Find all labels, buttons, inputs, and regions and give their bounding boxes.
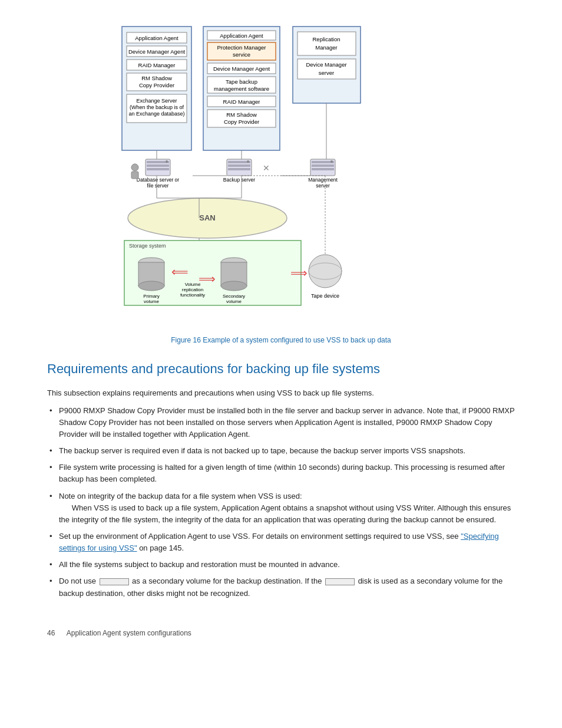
svg-text:replication: replication bbox=[182, 287, 203, 292]
svg-text:Tape device: Tape device bbox=[311, 293, 339, 299]
svg-text:Storage system: Storage system bbox=[129, 243, 166, 249]
footer-text: Application Agent system configurations bbox=[67, 629, 191, 637]
svg-text:SAN: SAN bbox=[199, 213, 215, 222]
bullet-text-7: Do not use as a secondary volume for the… bbox=[59, 577, 503, 597]
svg-point-57 bbox=[330, 160, 333, 163]
svg-text:RAID Manager: RAID Manager bbox=[223, 98, 260, 105]
svg-text:Backup server: Backup server bbox=[223, 177, 255, 183]
svg-text:functionality: functionality bbox=[180, 292, 205, 298]
svg-text:Device Manager Agent: Device Manager Agent bbox=[213, 65, 270, 72]
svg-text:Replication: Replication bbox=[313, 36, 340, 42]
svg-rect-45 bbox=[131, 172, 138, 179]
svg-rect-40 bbox=[147, 168, 169, 170]
list-item: The backup server is required even if da… bbox=[47, 445, 515, 457]
svg-point-84 bbox=[309, 255, 342, 288]
bullet-text-4: Note on integrity of the backup data for… bbox=[59, 492, 511, 524]
svg-text:Application Agent: Application Agent bbox=[220, 32, 263, 39]
svg-text:Device Manager: Device Manager bbox=[306, 61, 346, 68]
list-item: P9000 RMXP Shadow Copy Provider must be … bbox=[47, 405, 515, 440]
bullet-text-6: All the file systems subject to backup a… bbox=[59, 560, 340, 569]
svg-text:⟸: ⟸ bbox=[171, 265, 189, 278]
svg-rect-31 bbox=[297, 32, 356, 55]
svg-text:Device Manager Agent: Device Manager Agent bbox=[128, 48, 185, 55]
svg-text:(When the backup is of: (When the backup is of bbox=[130, 104, 184, 110]
svg-text:⟹: ⟹ bbox=[290, 266, 308, 279]
svg-text:RAID Manager: RAID Manager bbox=[138, 62, 176, 68]
svg-point-81 bbox=[221, 281, 247, 291]
svg-text:an Exchange database): an Exchange database) bbox=[128, 111, 184, 117]
bullet-text-5: Set up the environment of Application Ag… bbox=[59, 532, 499, 552]
diagram-container: Application Agent Device Manager Agent R… bbox=[47, 18, 515, 330]
svg-rect-56 bbox=[312, 168, 334, 170]
bullet-text-2: The backup server is required even if da… bbox=[59, 446, 465, 455]
svg-text:RM Shadow: RM Shadow bbox=[226, 111, 257, 118]
svg-text:service: service bbox=[233, 51, 250, 58]
svg-text:volume: volume bbox=[144, 299, 159, 304]
svg-text:Copy Provider: Copy Provider bbox=[224, 118, 259, 125]
bullet-text-3: File system write processing is halted f… bbox=[59, 463, 505, 483]
svg-text:⟹: ⟹ bbox=[199, 272, 216, 285]
svg-rect-55 bbox=[312, 164, 334, 167]
page: Application Agent Device Manager Agent R… bbox=[0, 0, 562, 661]
svg-text:Tape backup: Tape backup bbox=[226, 78, 257, 85]
svg-text:Protection Manager: Protection Manager bbox=[217, 44, 266, 51]
svg-rect-49 bbox=[228, 168, 250, 170]
list-item: Do not use as a secondary volume for the… bbox=[47, 575, 515, 599]
page-number: 46 bbox=[47, 629, 55, 637]
svg-text:server: server bbox=[316, 183, 330, 189]
svg-point-41 bbox=[166, 160, 168, 163]
svg-point-50 bbox=[247, 160, 249, 163]
svg-text:Copy Provider: Copy Provider bbox=[139, 82, 174, 88]
svg-text:volume: volume bbox=[226, 299, 242, 304]
inline-placeholder-1 bbox=[100, 578, 129, 585]
diagram-svg: Application Agent Device Manager Agent R… bbox=[116, 18, 446, 330]
svg-rect-48 bbox=[228, 164, 250, 167]
section-heading: Requirements and precautions for backing… bbox=[47, 361, 515, 378]
svg-text:Secondary: Secondary bbox=[223, 294, 245, 299]
svg-text:Database server or: Database server or bbox=[137, 177, 179, 183]
svg-text:✕: ✕ bbox=[263, 163, 270, 173]
svg-text:management software: management software bbox=[214, 85, 269, 92]
svg-point-71 bbox=[138, 281, 164, 291]
figure-caption: Figure 16 Example of a system configured… bbox=[47, 336, 515, 344]
list-item: File system write processing is halted f… bbox=[47, 462, 515, 485]
bullet-list: P9000 RMXP Shadow Copy Provider must be … bbox=[47, 405, 515, 599]
svg-text:RM Shadow: RM Shadow bbox=[141, 75, 172, 81]
svg-point-44 bbox=[131, 164, 138, 171]
svg-text:Exchange Server: Exchange Server bbox=[136, 98, 177, 104]
svg-text:Manager: Manager bbox=[315, 44, 338, 51]
bullet-text-1: P9000 RMXP Shadow Copy Provider must be … bbox=[59, 406, 514, 439]
list-item: Note on integrity of the backup data for… bbox=[47, 490, 515, 526]
list-item: Set up the environment of Application Ag… bbox=[47, 531, 515, 554]
svg-text:Primary: Primary bbox=[143, 294, 160, 299]
intro-text: This subsection explains requirements an… bbox=[47, 387, 515, 399]
svg-text:file server: file server bbox=[147, 183, 169, 189]
inline-placeholder-2 bbox=[325, 578, 355, 585]
svg-text:Management: Management bbox=[308, 177, 338, 183]
footer: 46 Application Agent system configuratio… bbox=[47, 623, 515, 637]
svg-text:Application Agent: Application Agent bbox=[135, 35, 178, 41]
list-item: All the file systems subject to backup a… bbox=[47, 559, 515, 571]
vss-link[interactable]: "Specifying settings for using VSS" bbox=[59, 532, 499, 552]
svg-text:server: server bbox=[319, 70, 334, 76]
svg-rect-39 bbox=[147, 164, 169, 167]
